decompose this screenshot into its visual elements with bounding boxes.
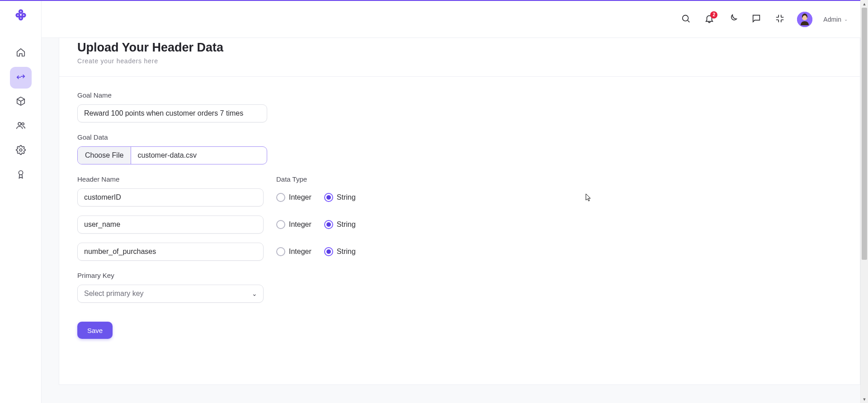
type-string-option-2[interactable]: String <box>324 247 356 256</box>
moon-icon <box>728 14 738 25</box>
type-string-label: String <box>337 220 356 229</box>
gear-icon <box>16 145 26 157</box>
goal-name-input[interactable] <box>77 104 267 122</box>
type-integer-option-2[interactable]: Integer <box>276 247 311 256</box>
svg-point-6 <box>23 14 24 16</box>
user-menu[interactable]: Admin ⌄ <box>823 16 848 23</box>
primary-key-label: Primary Key <box>77 272 475 279</box>
scroll-track[interactable] <box>861 8 868 395</box>
type-string-option-1[interactable]: String <box>324 220 356 229</box>
data-type-row-0: Integer String <box>276 188 475 206</box>
goal-name-label: Goal Name <box>77 91 475 99</box>
radio-icon <box>324 220 333 229</box>
header-name-label: Header Name <box>77 175 264 183</box>
notification-badge: 2 <box>710 11 717 19</box>
nav-users[interactable] <box>10 116 32 137</box>
content-panel: Upload Your Header Data Create your head… <box>59 38 860 385</box>
arrows-icon <box>16 72 26 84</box>
svg-point-5 <box>17 14 19 16</box>
nav-packages[interactable] <box>10 91 32 113</box>
browser-scrollbar[interactable]: ▲ ▼ <box>860 0 868 403</box>
primary-key-select[interactable]: Select primary key <box>77 285 264 303</box>
type-integer-option-0[interactable]: Integer <box>276 193 311 202</box>
header-name-input-2[interactable] <box>77 243 264 261</box>
dark-mode-toggle[interactable] <box>726 13 739 26</box>
type-integer-option-1[interactable]: Integer <box>276 220 311 229</box>
save-button[interactable]: Save <box>77 322 113 339</box>
data-type-label: Data Type <box>276 175 475 183</box>
svg-point-11 <box>19 171 23 175</box>
notifications-button[interactable]: 2 <box>703 13 716 26</box>
scroll-up-arrow[interactable]: ▲ <box>861 0 868 8</box>
type-string-option-0[interactable]: String <box>324 193 356 202</box>
minimize-icon <box>775 14 785 25</box>
avatar[interactable] <box>797 12 812 27</box>
chevron-down-icon: ⌄ <box>844 17 848 22</box>
svg-point-8 <box>18 122 21 125</box>
user-label: Admin <box>823 16 841 23</box>
messages-button[interactable] <box>750 13 763 26</box>
search-icon <box>681 14 691 25</box>
file-input[interactable]: Choose File customer-data.csv <box>77 146 267 164</box>
svg-point-4 <box>20 11 21 12</box>
award-icon <box>16 169 26 181</box>
type-integer-label: Integer <box>289 193 311 202</box>
type-string-label: String <box>337 248 356 256</box>
svg-point-7 <box>20 17 21 19</box>
radio-icon <box>276 247 285 256</box>
choose-file-button[interactable]: Choose File <box>78 147 131 164</box>
app-logo <box>14 7 28 22</box>
header-name-input-0[interactable] <box>77 188 264 206</box>
svg-point-10 <box>19 149 22 151</box>
box-icon <box>16 96 26 108</box>
radio-icon <box>324 193 333 202</box>
svg-point-9 <box>22 123 24 125</box>
file-name: customer-data.csv <box>131 147 267 164</box>
scroll-down-arrow[interactable]: ▼ <box>861 395 868 403</box>
page-title: Upload Your Header Data <box>77 41 842 55</box>
chat-icon <box>751 14 761 25</box>
nav-transfers[interactable] <box>10 67 32 89</box>
search-button[interactable] <box>679 13 692 26</box>
goal-data-label: Goal Data <box>77 133 475 141</box>
type-integer-label: Integer <box>289 220 311 229</box>
nav-home[interactable] <box>10 42 32 64</box>
users-icon <box>16 121 26 132</box>
header-name-input-1[interactable] <box>77 216 264 234</box>
home-icon <box>16 47 26 59</box>
radio-icon <box>276 220 285 229</box>
radio-icon <box>324 247 333 256</box>
page-subtitle: Create your headers here <box>77 57 842 65</box>
type-integer-label: Integer <box>289 248 311 256</box>
radio-icon <box>276 193 285 202</box>
svg-point-12 <box>683 15 689 21</box>
data-type-row-1: Integer String <box>276 216 475 234</box>
topbar: 2 <box>42 1 860 38</box>
scroll-thumb[interactable] <box>862 8 867 260</box>
sidebar <box>0 1 42 403</box>
data-type-row-2: Integer String <box>276 243 475 261</box>
nav-settings[interactable] <box>10 140 32 162</box>
type-string-label: String <box>337 193 356 202</box>
nav-awards[interactable] <box>10 164 32 186</box>
fullscreen-toggle[interactable] <box>774 13 786 26</box>
